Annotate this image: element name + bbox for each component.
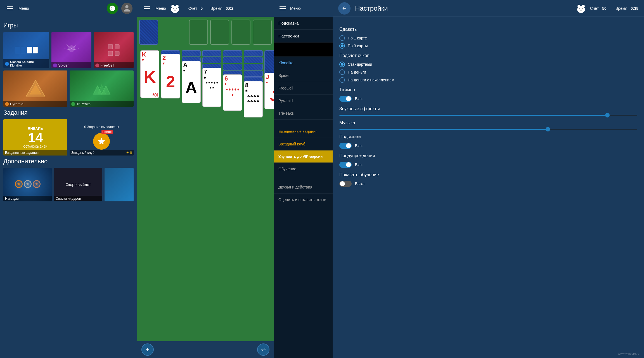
extra-tile-awards[interactable]: Награды <box>3 168 52 201</box>
sound-slider-row <box>339 115 637 116</box>
awards-label: Награды <box>3 196 52 201</box>
menu-item-settings[interactable]: Настройки <box>274 30 333 43</box>
game-menu-button[interactable] <box>141 4 152 13</box>
tasks-grid: ЯНВАРЬ 14 ОСТАЛОСЬ ДНЕЙ Ежедневные задан… <box>3 119 134 156</box>
right-menu-button[interactable] <box>277 4 288 13</box>
extra-tile-leaderboard[interactable]: Скоро выйдет Списки лидеров <box>54 168 102 201</box>
sound-slider-track[interactable] <box>339 115 637 116</box>
extras-grid: Награды Скоро выйдет Списки лидеров <box>3 168 134 201</box>
face-down-5-1 <box>223 50 242 56</box>
foundation-2[interactable] <box>210 20 229 45</box>
score-option-1: Стандартный <box>339 62 637 67</box>
games-section-title: Игры <box>3 22 134 29</box>
menu-gap-1 <box>274 120 333 125</box>
card-k-hearts[interactable]: K ♥ K K♥ <box>140 50 159 98</box>
timer-toggle[interactable] <box>339 96 352 102</box>
card-6-diamonds[interactable]: 6 ♦ ♦♦♦♦♦♦ <box>223 74 242 111</box>
freecell-icon <box>95 63 99 67</box>
svg-point-26 <box>580 10 582 11</box>
menu-item-daily[interactable]: Ежедневные задания <box>274 125 333 138</box>
foundation-4[interactable] <box>253 20 272 45</box>
tableau-col-5: 6 ♦ ♦♦♦♦♦♦ <box>223 50 242 117</box>
game-tile-freecell[interactable]: FreeCell <box>94 32 134 68</box>
card-a-spades[interactable]: A ♠ A <box>182 61 201 103</box>
game-tile-klondike[interactable]: Classic Solitaire Klondike <box>3 32 49 68</box>
face-down-5-2 <box>223 57 242 63</box>
menu-item-pyramid[interactable]: Pyramid <box>274 95 333 107</box>
sound-slider-fill <box>339 115 607 116</box>
task-tile-star[interactable]: 0 Задания выполнены НОВОЕ Звездный клуб … <box>70 119 134 156</box>
add-button[interactable]: + <box>141 343 154 356</box>
face-down-6-3 <box>244 64 263 70</box>
menu-item-klondike[interactable]: Klondike <box>274 56 333 69</box>
menu-item-rate[interactable]: Оценить и оставить отзыв <box>274 194 333 206</box>
card-7-spades[interactable]: 7 ♠ ♠♠♠♠♠♠♠ <box>202 68 221 107</box>
card-8-clubs[interactable]: 8 ♣ ♣♣♣♣♣♣♣♣ <box>244 81 263 117</box>
show-training-toggle[interactable] <box>339 181 352 187</box>
menu-item-vip[interactable]: Улучшить до VIP-версии <box>274 150 333 163</box>
tripeaks-icon <box>71 102 75 106</box>
game-tile-spider[interactable]: Spider <box>51 32 91 68</box>
menu-item-spider[interactable]: Spider <box>274 69 333 82</box>
settings-header: Настройки Счёт 50 Время 0:38 <box>333 0 644 17</box>
svg-rect-7 <box>115 44 119 49</box>
task-tile-daily[interactable]: ЯНВАРЬ 14 ОСТАЛОСЬ ДНЕЙ Ежедневные задан… <box>3 119 67 156</box>
score-radio-2[interactable] <box>339 69 345 75</box>
menu-item-starclub[interactable]: Звездный клуб <box>274 138 333 150</box>
back-button[interactable] <box>338 2 351 15</box>
warnings-toggle[interactable] <box>339 162 352 168</box>
empty-space <box>160 20 179 45</box>
menu-item-freecell[interactable]: FreeCell <box>274 82 333 95</box>
tableau-col-3: A ♠ A <box>182 50 201 117</box>
extra-tile-small[interactable] <box>105 168 134 201</box>
avatar[interactable] <box>121 3 132 14</box>
award-gold <box>15 180 23 188</box>
game-menu-label: Меню <box>155 6 166 11</box>
menu-item-training[interactable]: Обучение <box>274 163 333 175</box>
left-menu-button[interactable] <box>4 4 15 13</box>
menu-item-tripeaks[interactable]: TriPeaks <box>274 107 333 120</box>
menu-item-hint[interactable]: Подсказка <box>274 17 333 30</box>
score-option-1-label: Стандартный <box>348 62 372 67</box>
klondike-tile-label: Classic Solitaire Klondike <box>3 59 49 68</box>
sound-slider-thumb[interactable] <box>605 113 610 117</box>
menu-spacer-black <box>274 43 333 56</box>
calendar-month: ЯНВАРЬ <box>28 126 43 131</box>
left-panel: Меню Игры <box>0 0 137 358</box>
music-slider-track[interactable] <box>339 129 637 130</box>
deal-radio-1[interactable] <box>339 35 345 41</box>
undo-button[interactable]: ↩ <box>257 343 269 356</box>
card-2-hearts[interactable]: 2 ♥ 2 <box>161 54 180 98</box>
warnings-toggle-label: Вкл. <box>355 162 363 167</box>
score-option-2-label: На деньги <box>348 70 366 74</box>
score-label: Счёт <box>188 6 197 11</box>
freecell-tile-label: FreeCell <box>94 62 134 68</box>
menu-item-friends[interactable]: Друзья и действия <box>274 181 333 194</box>
xbox-button[interactable] <box>107 3 118 14</box>
score-radio-1[interactable] <box>339 62 345 67</box>
score-radio-3[interactable] <box>339 77 345 83</box>
music-title: Музыка <box>339 120 637 125</box>
game-tile-pyramid[interactable]: Pyramid <box>3 70 67 107</box>
foundation-1[interactable] <box>189 20 208 45</box>
calendar-day: 14 <box>28 131 43 145</box>
award-bronze <box>33 180 41 188</box>
star-badge: НОВОЕ <box>93 133 110 150</box>
spider-tile-label: Spider <box>51 62 91 68</box>
card-deck[interactable] <box>139 20 158 45</box>
right-menu-label: Меню <box>290 6 301 11</box>
game-tile-tripeaks[interactable]: TriPeaks <box>70 70 134 107</box>
foundation-3[interactable] <box>231 20 250 45</box>
menu-gap-2 <box>274 175 333 181</box>
show-training-title: Показать обучение <box>339 172 637 177</box>
deal-radio-2[interactable] <box>339 43 345 49</box>
warnings-title: Предупреждения <box>339 153 637 158</box>
music-slider-thumb[interactable] <box>546 127 550 131</box>
hints-toggle[interactable] <box>339 143 352 149</box>
games-row2: Pyramid TriPeaks <box>3 70 134 107</box>
settings-header-stats: Счёт 50 Время 0:38 <box>576 3 638 14</box>
game-panel: Меню Счёт 5 Время 0:02 <box>137 0 274 358</box>
extras-section-title: Дополнительно <box>3 158 134 165</box>
klondike-icon <box>5 62 9 66</box>
pyramid-icon <box>5 102 9 106</box>
